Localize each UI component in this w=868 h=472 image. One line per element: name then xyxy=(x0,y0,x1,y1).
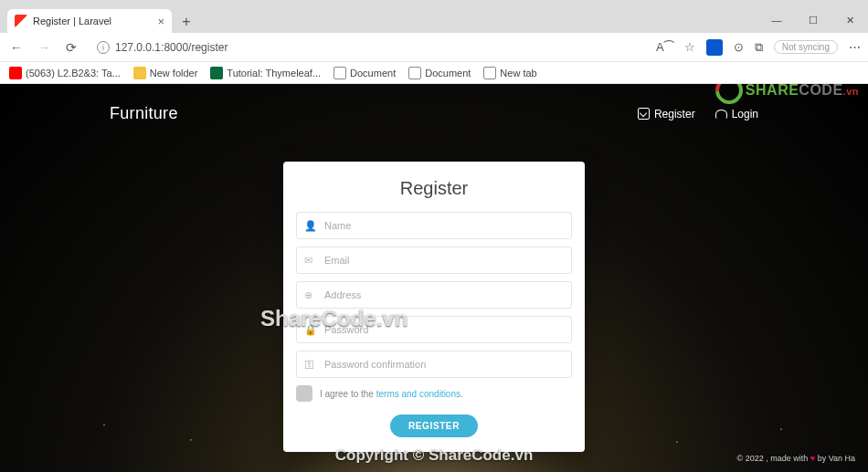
bookmarks-bar: (5063) L2.B2&3: Ta... New folder Tutoria… xyxy=(0,62,868,84)
document-icon xyxy=(408,67,421,79)
login-icon xyxy=(715,110,727,119)
bookmark-item[interactable]: New folder xyxy=(133,67,198,79)
register-submit-button[interactable]: REGISTER xyxy=(390,414,478,437)
window-close-button[interactable]: ✕ xyxy=(831,7,868,33)
email-input[interactable] xyxy=(296,246,572,274)
favorites-icon[interactable]: ☆ xyxy=(684,40,695,54)
page-body: SHARECODE.vn Furniture Register Login Re… xyxy=(0,84,868,472)
mail-icon: ✉ xyxy=(304,255,312,267)
card-heading: Register xyxy=(296,178,572,199)
document-icon xyxy=(483,67,496,79)
browser-tab-active[interactable]: Register | Laravel × xyxy=(7,9,172,33)
reader-mode-icon[interactable]: A⁀ xyxy=(656,40,673,54)
collections-icon[interactable]: ⧉ xyxy=(755,40,763,55)
bookmark-item[interactable]: Document xyxy=(333,67,396,79)
site-info-icon[interactable]: i xyxy=(97,41,110,54)
extensions-menu-icon[interactable]: ⊙ xyxy=(734,40,744,54)
footer-copyright-watermark: Copyright © ShareCode.vn xyxy=(335,446,534,465)
extension-icon[interactable] xyxy=(706,39,723,56)
folder-icon xyxy=(133,67,146,79)
bookmark-item[interactable]: Document xyxy=(408,67,471,79)
globe-icon: ⊕ xyxy=(304,289,312,301)
password-input[interactable] xyxy=(296,316,572,343)
new-tab-button[interactable]: + xyxy=(175,11,197,33)
back-button[interactable]: ← xyxy=(7,40,26,55)
password-confirm-input[interactable] xyxy=(296,351,572,378)
thymeleaf-icon xyxy=(210,67,223,79)
lock-icon: 🔒 xyxy=(304,324,317,336)
nav-register-link[interactable]: Register xyxy=(638,108,695,121)
window-controls: — ☐ ✕ xyxy=(758,7,868,33)
reload-button[interactable]: ⟳ xyxy=(62,40,80,55)
url-text: 127.0.0.1:8000/register xyxy=(115,41,228,54)
window-maximize-button[interactable]: ☐ xyxy=(795,7,831,33)
tab-strip: Register | Laravel × + — ☐ ✕ xyxy=(0,7,868,33)
laravel-favicon-icon xyxy=(15,15,27,27)
address-bar: ← → ⟳ i 127.0.0.1:8000/register A⁀ ☆ ⊙ ⧉… xyxy=(0,33,868,62)
address-input[interactable] xyxy=(296,281,572,309)
key-icon: ⚿ xyxy=(304,359,314,370)
nav-login-link[interactable]: Login xyxy=(715,108,758,121)
profile-sync-pill[interactable]: Not syncing xyxy=(774,40,838,54)
document-icon xyxy=(333,67,346,79)
url-field[interactable]: i 127.0.0.1:8000/register xyxy=(90,37,647,58)
footer-credits: © 2022 , made with ♥ by Van Ha xyxy=(737,454,855,463)
window-titlebar xyxy=(0,0,868,7)
forward-button: → xyxy=(35,40,53,55)
brand-logo[interactable]: Furniture xyxy=(110,104,178,123)
terms-link[interactable]: terms and conditions xyxy=(376,389,460,399)
terms-checkbox[interactable] xyxy=(296,385,312,402)
top-nav: Furniture Register Login xyxy=(0,84,868,123)
name-input[interactable] xyxy=(296,212,572,239)
tab-close-icon[interactable]: × xyxy=(157,15,164,28)
app-menu-icon[interactable]: ⋯ xyxy=(849,40,861,54)
register-card: Register 👤 ✉ ⊕ 🔒 ⚿ I agree to the terms … xyxy=(283,162,585,452)
youtube-icon xyxy=(9,67,22,79)
user-icon: 👤 xyxy=(304,220,317,232)
bookmark-item[interactable]: New tab xyxy=(483,67,536,79)
register-icon xyxy=(638,108,650,120)
terms-row: I agree to the terms and conditions. xyxy=(296,385,572,402)
bookmark-item[interactable]: (5063) L2.B2&3: Ta... xyxy=(9,67,121,79)
window-minimize-button[interactable]: — xyxy=(758,7,795,33)
terms-text: I agree to the terms and conditions. xyxy=(320,389,463,399)
tab-title: Register | Laravel xyxy=(33,16,111,26)
bookmark-item[interactable]: Tutorial: Thymeleaf... xyxy=(210,67,321,79)
